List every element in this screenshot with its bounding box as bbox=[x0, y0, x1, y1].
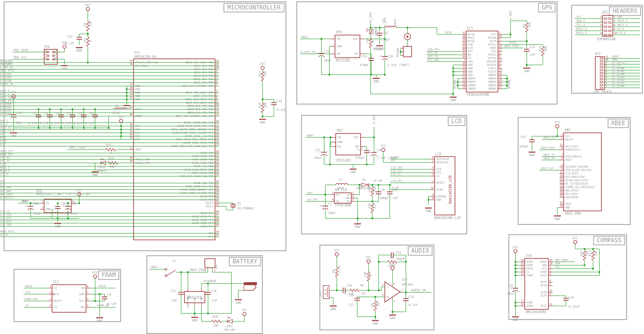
label: 10K bbox=[594, 250, 597, 256]
pin-number: 25 bbox=[130, 126, 133, 129]
net-label: LCD_CS bbox=[0, 210, 10, 213]
pin-number: 8 bbox=[605, 64, 607, 67]
pin-number: 2 bbox=[499, 31, 500, 34]
ic-value: TPS61040 bbox=[335, 203, 351, 207]
pin-number: 18 bbox=[216, 126, 219, 129]
pin-name: RSTN bbox=[490, 40, 496, 43]
pin-number: 41 bbox=[216, 197, 219, 200]
pin-number: 4 bbox=[605, 76, 607, 79]
pin-number: 11 bbox=[605, 55, 608, 58]
pin-number: 36 bbox=[216, 180, 219, 183]
ic-name: LCD bbox=[435, 152, 442, 156]
label: R15 bbox=[106, 143, 111, 147]
label: C19 bbox=[362, 54, 367, 58]
net-label: GPS_RX bbox=[428, 51, 438, 54]
pin-name: DOUT bbox=[565, 158, 572, 162]
pcap-part: + bbox=[26, 204, 34, 210]
pin-number: 10 bbox=[605, 58, 608, 61]
pin-name: AGND bbox=[526, 301, 533, 304]
label: BAT bbox=[214, 264, 218, 269]
pin-number: 1 bbox=[42, 200, 43, 203]
gnd-symbol-label: GND bbox=[350, 170, 356, 174]
pin-number: 35 bbox=[130, 130, 133, 132]
gnd-symbol: GND bbox=[259, 119, 266, 124]
net-label: UBAT_FEED bbox=[504, 44, 519, 48]
ic-value: XMEGA256-A3 bbox=[134, 55, 156, 59]
label: C34 bbox=[568, 296, 574, 300]
pin-number: 16 bbox=[216, 120, 219, 122]
net-label: ADC0_E bbox=[0, 89, 10, 92]
pin-number: 17 bbox=[499, 48, 502, 51]
label: PDI_CLK bbox=[14, 56, 27, 59]
pin-number: 39 bbox=[216, 190, 219, 193]
label: 0.1uF bbox=[40, 121, 49, 125]
pin-number: 18 bbox=[521, 259, 524, 262]
pin-name: FB bbox=[347, 200, 350, 203]
pin-number: 16 bbox=[560, 174, 563, 177]
pin-number: 4 bbox=[50, 304, 51, 307]
pin-number: 42 bbox=[462, 52, 466, 54]
vcc-symbol-label: VCC bbox=[85, 3, 90, 7]
pin-name: LED bbox=[468, 60, 473, 63]
pin-number: 19 bbox=[216, 130, 219, 132]
block-title: LCD bbox=[451, 118, 462, 124]
label: R3 bbox=[522, 24, 526, 28]
pin-name: SI bbox=[54, 286, 57, 290]
cap-part bbox=[403, 298, 408, 301]
label: 10uF bbox=[314, 156, 322, 160]
ic-name: JP2 bbox=[594, 52, 600, 56]
ic-value: EXPANSION bbox=[597, 37, 616, 41]
pin-name: REGEN bbox=[488, 36, 496, 39]
led-part bbox=[227, 317, 232, 323]
pin-number: 31 bbox=[499, 75, 502, 78]
label: MIC2920A-3.3WS: 576-1116-1-ND bbox=[36, 192, 90, 196]
pin-number: 63 bbox=[216, 63, 219, 66]
pin-number: 40 bbox=[462, 48, 466, 51]
pin-number: 13 bbox=[216, 113, 219, 116]
pin-number: 1 bbox=[432, 159, 434, 162]
pin-name: GNDRF bbox=[488, 80, 496, 84]
label: 10K bbox=[88, 21, 92, 26]
pin-number: 8 bbox=[499, 62, 500, 65]
pin-number: 55 bbox=[216, 234, 219, 236]
pin-number: 16 bbox=[521, 266, 524, 268]
pin-number: 28 bbox=[499, 82, 502, 85]
pin-number: 36 bbox=[499, 34, 502, 38]
net-label: XBEE_RSSI bbox=[0, 99, 15, 102]
net-label: SDA bbox=[0, 180, 5, 183]
label: 5 bbox=[394, 282, 395, 285]
block-compass: COMPASS+IC6HMC5843SMD18AVDD15DVDD16VREN1… bbox=[507, 235, 626, 322]
label: 2 bbox=[394, 300, 395, 302]
pin-number: 47 bbox=[216, 214, 219, 216]
label: C14 bbox=[408, 295, 414, 298]
label: C2 bbox=[44, 112, 48, 115]
box-part bbox=[404, 46, 412, 57]
pin-name: GND bbox=[565, 206, 570, 209]
label: R4 bbox=[332, 269, 335, 273]
net-label: QT_BTN4 bbox=[0, 72, 12, 76]
label: PDI_DATA bbox=[14, 48, 28, 52]
vcc-symbol-label: VCC bbox=[260, 62, 265, 66]
pin-name: VI bbox=[46, 202, 49, 205]
label: 1K bbox=[361, 292, 365, 295]
label: C24 bbox=[324, 50, 330, 53]
pin-name: GND bbox=[468, 63, 473, 66]
pin-number: 38 bbox=[216, 186, 219, 190]
label: C6 bbox=[90, 112, 93, 115]
pin-number: 11 bbox=[560, 180, 563, 184]
pin-number: 6 bbox=[561, 147, 563, 150]
pin-number: 49 bbox=[216, 220, 219, 223]
label: C11 bbox=[170, 289, 176, 292]
pin-number: 12 bbox=[216, 110, 219, 112]
gnd-symbol-label: GND bbox=[260, 120, 265, 124]
pin-name: RTS/AD6/DIO6 bbox=[565, 175, 585, 178]
pin-name: CD/DOUT_EN/DO8 bbox=[565, 165, 588, 168]
label: R12 bbox=[258, 71, 262, 76]
pin-number: 1 bbox=[216, 69, 218, 72]
pin-number: 37 bbox=[499, 68, 502, 72]
label: 22pF bbox=[382, 38, 390, 42]
pin-number: 44 bbox=[462, 55, 466, 58]
vcc-symbol-label: VCC bbox=[242, 308, 247, 312]
net-label: ADC0_E bbox=[617, 19, 628, 22]
block-title: HEADERS bbox=[612, 8, 638, 14]
